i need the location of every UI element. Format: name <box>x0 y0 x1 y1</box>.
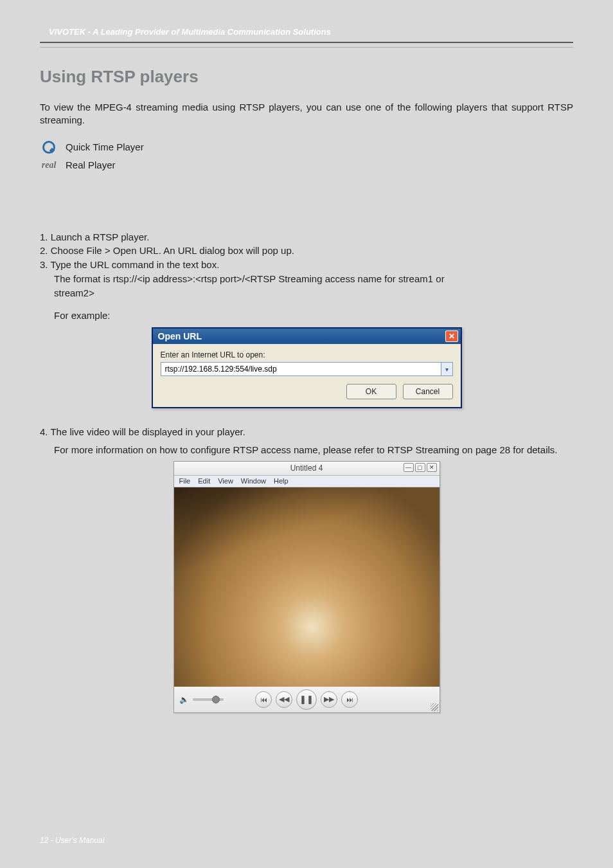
menu-help[interactable]: Help <box>274 477 289 485</box>
maximize-icon[interactable]: ▢ <box>415 463 425 472</box>
steps-block: 1. Launch a RTSP player. 2. Choose File … <box>40 230 573 300</box>
video-frame-image <box>174 487 440 687</box>
dialog-titlebar: Open URL ✕ <box>153 329 461 344</box>
video-controls: 🔈 ⏮ ◀◀ ❚❚ ▶▶ ⏭ <box>174 687 440 712</box>
rewind-icon[interactable]: ◀◀ <box>276 691 292 708</box>
skip-back-icon[interactable]: ⏮ <box>255 691 272 708</box>
open-url-dialog: Open URL ✕ Enter an Internet URL to open… <box>152 327 462 408</box>
section-title: Using RTSP players <box>40 67 573 87</box>
minimize-icon[interactable]: — <box>404 463 414 472</box>
step-1: 1. Launch a RTSP player. <box>40 230 573 244</box>
menu-window[interactable]: Window <box>241 477 266 485</box>
close-icon[interactable]: ✕ <box>427 463 437 472</box>
url-input[interactable] <box>161 362 441 376</box>
player-label: Quick Time Player <box>66 141 144 152</box>
step-3-detail: The format is rtsp://<ip address>:<rtsp … <box>54 272 573 286</box>
list-item: real Real Player <box>40 158 573 172</box>
pause-icon[interactable]: ❚❚ <box>296 689 317 710</box>
step-2: 2. Choose File > Open URL. An URL dialog… <box>40 244 573 258</box>
header-breadcrumb: VIVOTEK - A Leading Provider of Multimed… <box>40 0 573 42</box>
volume-slider[interactable] <box>193 698 224 701</box>
header-sub-rule <box>40 47 573 48</box>
list-item: Quick Time Player <box>40 140 573 154</box>
quicktime-icon <box>40 140 58 154</box>
realplayer-icon: real <box>40 158 58 172</box>
step-3-detail2: stream2> <box>54 286 573 300</box>
step-4-detail: For more information on how to configure… <box>54 443 573 457</box>
dialog-title: Open URL <box>158 331 202 341</box>
volume-control[interactable]: 🔈 <box>179 695 224 704</box>
video-titlebar: Untitled 4 — ▢ ✕ <box>174 462 440 476</box>
cancel-button[interactable]: Cancel <box>403 384 453 399</box>
fast-forward-icon[interactable]: ▶▶ <box>321 691 337 708</box>
step-3: 3. Type the URL command in the text box. <box>40 258 573 272</box>
ok-button[interactable]: OK <box>346 384 396 399</box>
video-menubar: File Edit View Window Help <box>174 476 440 487</box>
resize-grip-icon[interactable] <box>431 703 438 711</box>
menu-view[interactable]: View <box>218 477 233 485</box>
menu-edit[interactable]: Edit <box>198 477 210 485</box>
skip-forward-icon[interactable]: ⏭ <box>341 691 358 708</box>
close-icon[interactable]: ✕ <box>445 330 458 342</box>
player-list: Quick Time Player real Real Player <box>40 140 573 172</box>
speaker-icon: 🔈 <box>179 695 189 704</box>
intro-paragraph: To view the MPEG-4 streaming media using… <box>40 101 573 127</box>
chevron-down-icon[interactable]: ▾ <box>441 362 453 376</box>
menu-file[interactable]: File <box>179 477 191 485</box>
step-4: 4. The live video will be displayed in y… <box>40 425 573 439</box>
page-footer: 12 - User's Manual <box>40 836 104 845</box>
video-player-window: Untitled 4 — ▢ ✕ File Edit View Window H… <box>173 461 440 713</box>
video-title: Untitled 4 <box>290 464 323 473</box>
dialog-label: Enter an Internet URL to open: <box>161 350 453 359</box>
header-rule <box>40 42 573 43</box>
example-label: For example: <box>54 310 573 321</box>
player-label: Real Player <box>66 159 116 170</box>
